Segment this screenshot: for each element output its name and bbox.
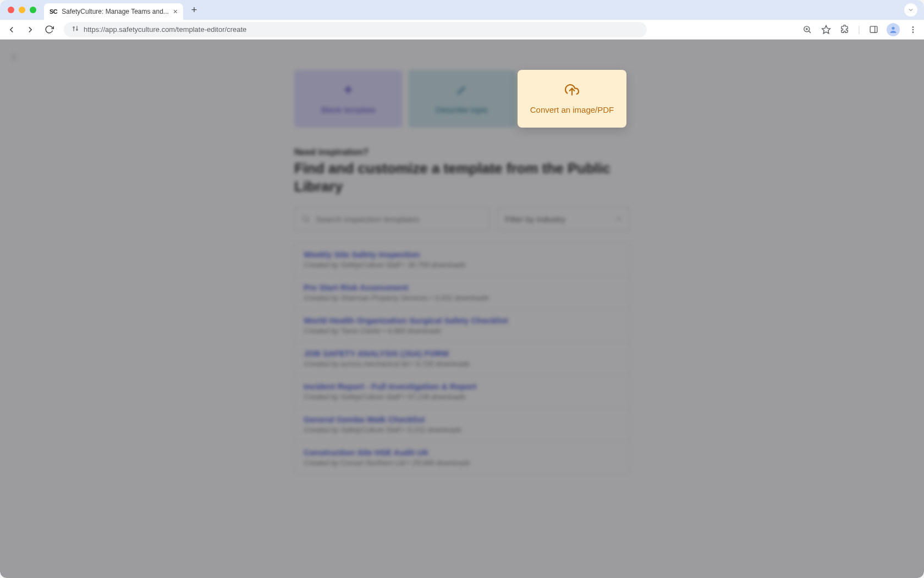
- zoom-icon[interactable]: [802, 24, 813, 35]
- forward-button[interactable]: [24, 24, 36, 36]
- browser-tab[interactable]: SC SafetyCulture: Manage Teams and... ×: [44, 3, 183, 20]
- close-window-button[interactable]: [8, 7, 14, 13]
- bookmark-icon[interactable]: [821, 24, 832, 35]
- svg-line-5: [809, 31, 811, 33]
- reload-button[interactable]: [43, 24, 55, 36]
- tab-bar: SC SafetyCulture: Manage Teams and... × …: [0, 0, 924, 20]
- page-viewport: Blank template Describe topic Need inspi…: [0, 40, 924, 578]
- kebab-menu-icon[interactable]: [908, 24, 919, 35]
- close-tab-button[interactable]: ×: [173, 7, 178, 16]
- svg-point-13: [912, 29, 914, 30]
- toolbar-right: |: [802, 23, 919, 36]
- minimize-window-button[interactable]: [19, 7, 25, 13]
- maximize-window-button[interactable]: [30, 7, 36, 13]
- upload-cloud-icon: [565, 84, 579, 100]
- url-text: https://app.safetyculture.com/template-e…: [84, 25, 246, 34]
- svg-point-12: [912, 26, 914, 28]
- browser-window: SC SafetyCulture: Manage Teams and... × …: [0, 0, 924, 578]
- modal-overlay[interactable]: [0, 40, 924, 578]
- svg-marker-8: [822, 25, 830, 33]
- extensions-icon[interactable]: [839, 24, 850, 35]
- browser-toolbar: https://app.safetyculture.com/template-e…: [0, 20, 924, 40]
- site-info-icon[interactable]: [72, 25, 79, 34]
- sidepanel-icon[interactable]: [868, 24, 879, 35]
- svg-point-1: [76, 29, 78, 30]
- favicon-icon: SC: [50, 8, 57, 15]
- svg-point-0: [73, 27, 74, 28]
- option-label: Convert an image/PDF: [530, 105, 614, 114]
- option-convert-image-pdf[interactable]: Convert an image/PDF: [518, 70, 626, 128]
- profile-avatar[interactable]: [887, 23, 900, 36]
- back-button[interactable]: [6, 24, 18, 36]
- address-bar[interactable]: https://app.safetyculture.com/template-e…: [64, 22, 647, 37]
- svg-rect-9: [870, 26, 877, 32]
- svg-point-11: [892, 26, 894, 29]
- tabs-dropdown-button[interactable]: [904, 3, 917, 16]
- svg-point-14: [912, 31, 914, 33]
- window-controls: [8, 7, 36, 13]
- tab-title: SafetyCulture: Manage Teams and...: [62, 8, 169, 15]
- new-tab-button[interactable]: +: [186, 2, 202, 18]
